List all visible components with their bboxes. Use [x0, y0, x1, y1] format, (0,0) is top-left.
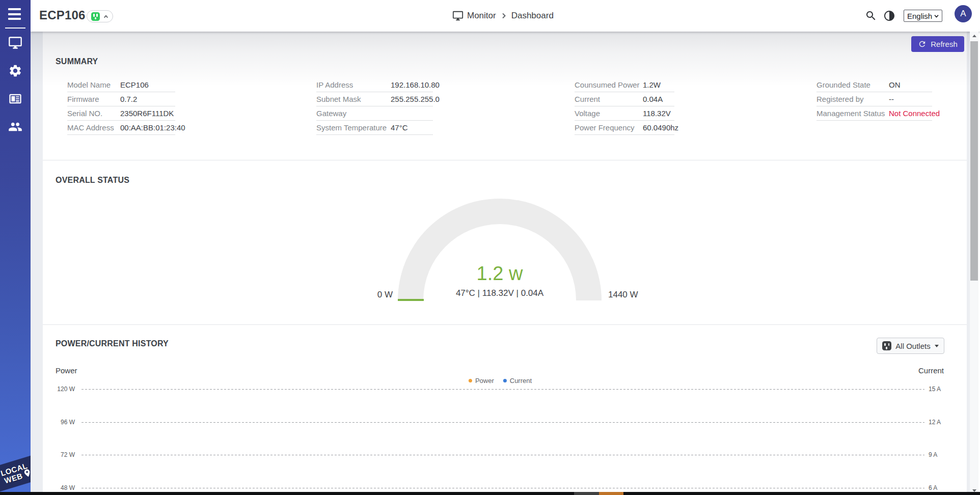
- chevron-right-icon: [500, 12, 507, 19]
- summary-row: Subnet Mask255.255.255.0: [316, 92, 433, 106]
- gridline-dash: [81, 488, 924, 488]
- taskbar-app-segment: [574, 492, 599, 495]
- overall-status-section-title: OVERALL STATUS: [56, 176, 129, 185]
- chart-gridline: 72 W9 A: [43, 451, 967, 459]
- legend-dot-icon: [503, 379, 507, 382]
- chevron-down-icon: [934, 14, 939, 18]
- right-axis-tick: 6 A: [929, 484, 959, 492]
- contrast-icon: [883, 10, 895, 22]
- legend-item-power[interactable]: Power: [469, 377, 494, 384]
- language-select-value: English: [907, 12, 934, 20]
- device-status-badge[interactable]: [87, 10, 113, 22]
- left-axis-tick: 120 W: [46, 385, 75, 393]
- gauge-detail: 47°C | 118.32V | 0.04A: [398, 288, 602, 298]
- chart-gridline: 96 W12 A: [43, 418, 967, 426]
- summary-value: 0.04A: [643, 95, 663, 103]
- summary-row: MAC Address00:AA:BB:01:23:40: [67, 121, 175, 135]
- left-axis-tick: 96 W: [46, 418, 75, 426]
- summary-row: Counsumed Power1.2W: [575, 78, 674, 92]
- outlet-icon: [91, 12, 100, 21]
- app-header: ECP106 Monitor Dashboard English A: [31, 0, 980, 32]
- summary-row: Power Frequency60.0490hz: [575, 121, 674, 135]
- language-select[interactable]: English: [904, 10, 942, 22]
- scrollbar-up-button[interactable]: [970, 32, 978, 40]
- summary-label: MAC Address: [67, 123, 120, 132]
- summary-row: Firmware0.7.2: [67, 92, 175, 106]
- avatar[interactable]: A: [955, 5, 972, 22]
- gridline-dash: [81, 389, 924, 390]
- outlet-icon: [882, 341, 891, 350]
- summary-row: Serial NO.2350R6F111DK: [67, 106, 175, 121]
- summary-value: 00:AA:BB:01:23:40: [120, 123, 185, 132]
- summary-row: Registered by--: [816, 92, 932, 106]
- dashboard-card: Refresh SUMMARY Model NameECP106Firmware…: [43, 32, 967, 495]
- device-title: ECP106: [39, 8, 86, 22]
- left-axis-tick: 48 W: [46, 484, 75, 492]
- summary-label: Voltage: [575, 109, 643, 118]
- gridline-dash: [81, 422, 924, 423]
- legend-label: Current: [510, 377, 532, 384]
- caret-down-icon: [935, 345, 939, 347]
- power-gauge: [398, 199, 602, 301]
- summary-section-title: SUMMARY: [56, 57, 98, 66]
- chart-gridline: 120 W15 A: [43, 385, 967, 393]
- legend-label: Power: [475, 377, 494, 384]
- sidebar-item-monitor[interactable]: [8, 36, 22, 50]
- local-web-ribbon: LOCAL WEB: [0, 453, 31, 495]
- chevron-up-icon: [103, 15, 108, 18]
- search-button[interactable]: [865, 10, 877, 22]
- scrollbar-thumb[interactable]: [970, 41, 978, 281]
- summary-label: Serial NO.: [67, 109, 120, 118]
- summary-row: Management StatusNot Connected: [816, 106, 932, 121]
- summary-row: IP Address192.168.10.80: [316, 78, 433, 92]
- summary-row: System Temperature47°C: [316, 121, 433, 135]
- summary-value: ON: [889, 80, 901, 89]
- summary-label: Power Frequency: [575, 123, 643, 132]
- section-divider: [43, 160, 967, 160]
- summary-value: --: [889, 95, 894, 103]
- summary-label: Firmware: [67, 95, 120, 103]
- triangle-up-icon: [972, 35, 976, 37]
- sidebar-item-logs[interactable]: [8, 92, 22, 106]
- chart-gridline: 48 W6 A: [43, 484, 967, 492]
- summary-value: 60.0490hz: [643, 123, 678, 132]
- summary-row: Voltage118.32V: [575, 106, 674, 121]
- summary-value: 2350R6F111DK: [120, 109, 174, 118]
- summary-value: ECP106: [120, 80, 149, 89]
- theme-toggle-button[interactable]: [883, 10, 895, 22]
- sidebar-divider: [5, 28, 25, 29]
- summary-label: Subnet Mask: [316, 95, 391, 103]
- sidebar: LOCAL WEB: [0, 0, 31, 495]
- outlets-dropdown-label: All Outlets: [895, 342, 930, 350]
- gauge-progress: [398, 299, 424, 301]
- right-axis-title: Current: [862, 366, 944, 375]
- refresh-button[interactable]: Refresh: [911, 36, 964, 52]
- summary-row: Current0.04A: [575, 92, 674, 106]
- summary-label: Counsumed Power: [575, 80, 643, 89]
- left-axis-tick: 72 W: [46, 451, 75, 459]
- sidebar-item-users[interactable]: [8, 120, 22, 134]
- right-axis-tick: 12 A: [929, 418, 959, 426]
- header-actions: English A: [837, 0, 980, 32]
- taskbar-app-segment: [599, 492, 623, 495]
- breadcrumb-item-monitor[interactable]: Monitor: [467, 11, 496, 21]
- gridline-dash: [81, 455, 924, 455]
- legend-item-current[interactable]: Current: [503, 377, 532, 384]
- summary-value: 255.255.255.0: [391, 95, 440, 103]
- gauge-max-label: 1440 W: [608, 290, 669, 300]
- sidebar-item-settings[interactable]: [8, 64, 22, 78]
- menu-hamburger-icon[interactable]: [8, 8, 21, 20]
- vertical-scrollbar[interactable]: [970, 32, 978, 495]
- monitor-icon: [452, 10, 464, 21]
- breadcrumb-item-dashboard[interactable]: Dashboard: [511, 11, 554, 21]
- summary-value: 47°C: [391, 123, 408, 132]
- summary-column: Model NameECP106Firmware0.7.2Serial NO.2…: [67, 78, 175, 135]
- summary-label: IP Address: [316, 80, 391, 89]
- summary-label: Gateway: [316, 109, 391, 118]
- search-icon: [865, 10, 877, 22]
- summary-column: IP Address192.168.10.80Subnet Mask255.25…: [316, 78, 433, 135]
- summary-row: Model NameECP106: [67, 78, 175, 92]
- page-content: Refresh SUMMARY Model NameECP106Firmware…: [31, 32, 970, 495]
- right-axis-tick: 15 A: [929, 385, 959, 393]
- outlets-dropdown-button[interactable]: All Outlets: [877, 338, 944, 354]
